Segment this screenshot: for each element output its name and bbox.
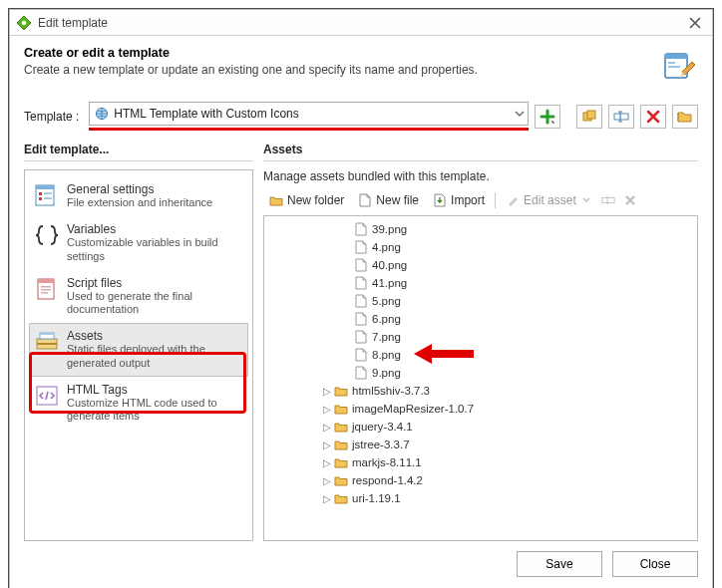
new-file-button[interactable]: New file xyxy=(352,189,425,211)
import-button[interactable]: Import xyxy=(427,189,491,211)
close-button[interactable]: Close xyxy=(612,551,698,577)
expand-icon[interactable]: ▷ xyxy=(320,475,334,486)
intro-heading: Create or edit a template xyxy=(24,46,170,60)
save-button[interactable]: Save xyxy=(517,551,602,577)
tree-folder[interactable]: ▷imageMapResizer-1.0.7 xyxy=(264,400,697,418)
file-icon xyxy=(354,222,368,236)
svg-rect-10 xyxy=(614,114,628,120)
svg-rect-16 xyxy=(44,197,52,199)
svg-rect-9 xyxy=(587,111,595,119)
copy-template-button[interactable] xyxy=(576,105,602,129)
tree-folder[interactable]: ▷html5shiv-3.7.3 xyxy=(264,382,697,400)
svg-rect-15 xyxy=(44,192,52,194)
intro-section: Create or edit a template Create a new t… xyxy=(24,46,698,84)
svg-rect-13 xyxy=(39,192,42,195)
file-icon xyxy=(354,240,368,254)
folder-icon xyxy=(334,455,348,469)
file-icon xyxy=(354,330,368,344)
window-title: Edit template xyxy=(38,16,684,30)
expand-icon[interactable]: ▷ xyxy=(320,404,334,415)
intro-sub: Create a new template or update an exist… xyxy=(24,63,660,77)
rename-icon xyxy=(601,193,615,207)
tree-folder[interactable]: ▷uri-1.19.1 xyxy=(264,489,697,507)
svg-rect-12 xyxy=(36,185,54,189)
add-template-button[interactable] xyxy=(535,105,560,129)
tree-file[interactable]: 5.png xyxy=(264,292,697,310)
tree-file[interactable]: 41.png xyxy=(264,274,697,292)
file-icon xyxy=(354,276,368,290)
open-folder-button[interactable] xyxy=(672,105,698,129)
svg-rect-23 xyxy=(37,343,57,345)
close-icon[interactable] xyxy=(684,13,706,33)
file-icon xyxy=(354,294,368,308)
delete-template-button[interactable] xyxy=(640,105,666,129)
edit-template-hero-icon xyxy=(660,46,698,84)
html-tags-icon xyxy=(33,383,61,411)
file-icon xyxy=(354,312,368,326)
template-select[interactable]: HTML Template with Custom Icons xyxy=(89,102,529,131)
right-panel-title: Assets xyxy=(263,143,698,161)
pencil-icon xyxy=(506,193,520,207)
tree-file[interactable]: 40.png xyxy=(264,256,697,274)
file-icon xyxy=(354,258,368,272)
file-plus-icon xyxy=(358,193,372,207)
asset-toolbar: New folder New file Import xyxy=(263,189,698,211)
tree-file[interactable]: 39.png xyxy=(264,220,697,238)
tree-file[interactable]: 7.png xyxy=(264,328,697,346)
svg-rect-5 xyxy=(668,66,680,68)
tree-file[interactable]: 6.png xyxy=(264,310,697,328)
script-file-icon xyxy=(33,276,61,304)
right-panel-sub: Manage assets bundled with this template… xyxy=(263,169,698,183)
expand-icon[interactable]: ▷ xyxy=(320,440,334,450)
expand-icon[interactable]: ▷ xyxy=(320,422,334,433)
import-icon xyxy=(433,193,447,207)
settings-list-icon xyxy=(33,182,61,210)
tree-folder[interactable]: ▷markjs-8.11.1 xyxy=(264,453,697,471)
expand-icon[interactable]: ▷ xyxy=(320,493,334,504)
tree-file[interactable]: 8.png xyxy=(264,346,697,364)
folder-icon xyxy=(334,420,348,434)
file-icon xyxy=(354,348,368,362)
nav-item-assets[interactable]: AssetsStatic files deployed with the gen… xyxy=(29,323,248,377)
toolbar-separator xyxy=(495,192,496,208)
svg-rect-20 xyxy=(41,289,51,291)
svg-rect-25 xyxy=(40,333,54,335)
folder-plus-icon xyxy=(269,193,283,207)
tree-folder[interactable]: ▷jquery-3.4.1 xyxy=(264,418,697,436)
rename-template-button[interactable] xyxy=(608,105,634,129)
tree-file[interactable]: 4.png xyxy=(264,238,697,256)
svg-rect-14 xyxy=(39,197,42,200)
folder-icon xyxy=(334,402,348,416)
template-value: HTML Template with Custom Icons xyxy=(114,107,298,121)
folder-icon xyxy=(334,473,348,487)
chevron-down-icon xyxy=(582,196,590,204)
braces-icon xyxy=(33,222,61,250)
left-panel-title: Edit template... xyxy=(24,143,253,161)
template-label: Template : xyxy=(24,110,79,124)
tree-folder[interactable]: ▷jstree-3.3.7 xyxy=(264,436,697,453)
svg-rect-19 xyxy=(41,286,51,288)
expand-icon[interactable]: ▷ xyxy=(320,457,334,468)
svg-point-1 xyxy=(22,20,26,24)
nav-item-variables[interactable]: VariablesCustomizable variables in build… xyxy=(29,216,248,270)
assets-box-icon xyxy=(33,329,61,357)
tree-file[interactable]: 9.png xyxy=(264,364,697,382)
asset-tree[interactable]: 39.png4.png40.png41.png5.png6.png7.png8.… xyxy=(263,215,698,541)
nav-item-general-settings[interactable]: General settingsFile extension and inher… xyxy=(29,176,248,216)
folder-icon xyxy=(334,491,348,505)
chevron-down-icon xyxy=(515,109,525,119)
expand-icon[interactable]: ▷ xyxy=(320,386,334,397)
new-folder-button[interactable]: New folder xyxy=(263,189,350,211)
svg-rect-27 xyxy=(602,197,614,202)
svg-rect-18 xyxy=(38,279,54,283)
template-app-icon xyxy=(16,15,32,31)
nav-item-script-files[interactable]: Script filesUsed to generate the final d… xyxy=(29,270,248,324)
tree-folder[interactable]: ▷respond-1.4.2 xyxy=(264,471,697,489)
folder-icon xyxy=(334,438,348,451)
nav-item-html-tags[interactable]: HTML TagsCustomize HTML code used to gen… xyxy=(29,377,248,431)
globe-icon xyxy=(94,106,110,122)
svg-rect-3 xyxy=(665,54,687,59)
svg-rect-4 xyxy=(668,62,675,64)
delete-asset-button xyxy=(620,189,640,211)
rename-asset-button xyxy=(598,189,618,211)
